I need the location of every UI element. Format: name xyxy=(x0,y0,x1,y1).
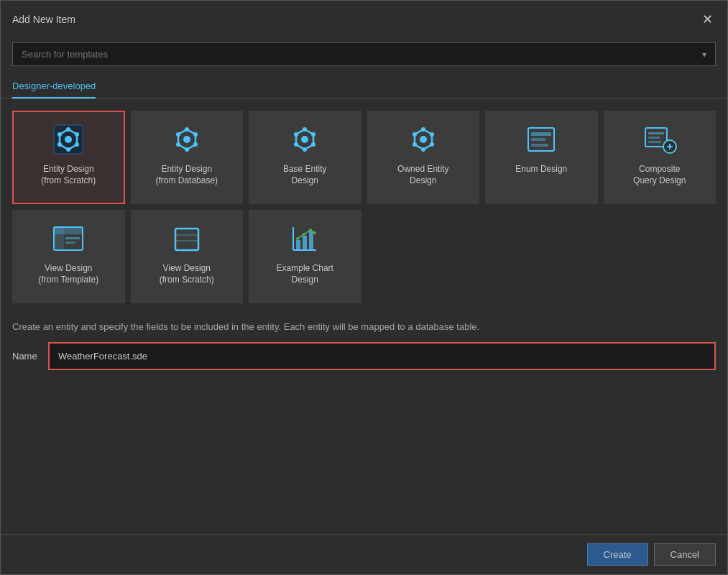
svg-rect-48 xyxy=(65,242,75,244)
svg-point-57 xyxy=(296,237,299,240)
svg-point-24 xyxy=(294,132,298,137)
name-input[interactable] xyxy=(51,345,713,367)
svg-point-19 xyxy=(303,127,307,132)
template-entity-design-database[interactable]: Entity Design(from Database) xyxy=(131,111,244,204)
svg-rect-36 xyxy=(531,144,548,147)
svg-point-32 xyxy=(413,132,417,137)
svg-point-18 xyxy=(301,136,308,143)
chart-icon xyxy=(286,220,323,257)
template-example-chart-design[interactable]: Example ChartDesign xyxy=(249,210,361,303)
svg-rect-35 xyxy=(531,138,545,141)
template-label-entity-scratch: Entity Design(from Scratch) xyxy=(41,164,96,186)
composite-icon xyxy=(641,121,678,158)
svg-point-12 xyxy=(193,132,198,137)
svg-rect-54 xyxy=(296,240,300,250)
svg-point-4 xyxy=(75,132,79,137)
svg-rect-56 xyxy=(309,231,313,250)
svg-point-58 xyxy=(303,233,305,236)
svg-point-10 xyxy=(183,136,190,143)
tab-designer-developed[interactable]: Designer-developed xyxy=(12,76,96,98)
svg-rect-40 xyxy=(648,141,661,143)
svg-rect-55 xyxy=(303,236,307,250)
title-bar: Add New Item ✕ xyxy=(1,1,727,35)
svg-point-29 xyxy=(430,142,434,147)
template-entity-design-scratch[interactable]: Entity Design(from Scratch) xyxy=(12,111,125,204)
add-new-item-dialog: Add New Item ✕ ▾ Designer-developed xyxy=(0,0,728,575)
svg-rect-49 xyxy=(175,229,198,250)
template-label-owned-entity: Owned EntityDesign xyxy=(397,164,448,186)
svg-point-23 xyxy=(294,142,298,147)
template-label-composite-query: CompositeQuery Design xyxy=(633,164,686,186)
template-label-entity-db: Entity Design(from Database) xyxy=(155,164,218,186)
template-composite-query-design[interactable]: CompositeQuery Design xyxy=(604,111,717,204)
template-base-entity-design[interactable]: Base EntityDesign xyxy=(249,111,361,204)
template-view-design-template[interactable]: View Design(from Template) xyxy=(12,210,125,303)
close-button[interactable]: ✕ xyxy=(699,11,716,28)
chevron-down-icon: ▾ xyxy=(702,50,706,60)
svg-point-11 xyxy=(185,127,189,132)
search-area: ▾ xyxy=(1,35,727,76)
name-label: Name xyxy=(12,351,41,362)
svg-point-13 xyxy=(193,142,198,147)
svg-point-22 xyxy=(303,147,307,152)
svg-rect-47 xyxy=(65,237,80,239)
tabs-area: Designer-developed xyxy=(1,76,727,99)
svg-rect-34 xyxy=(531,132,551,136)
view-scratch-icon xyxy=(168,220,206,257)
svg-point-26 xyxy=(420,136,427,143)
svg-point-59 xyxy=(309,229,312,231)
template-view-design-scratch[interactable]: View Design(from Scratch) xyxy=(131,210,244,303)
svg-rect-38 xyxy=(648,132,664,134)
name-row: Name xyxy=(12,342,716,370)
template-label-base-entity: Base EntityDesign xyxy=(283,164,327,186)
enum-icon xyxy=(522,121,560,158)
template-label-view-scratch: View Design(from Scratch) xyxy=(160,263,214,285)
svg-point-16 xyxy=(176,132,180,137)
templates-grid-row1: Entity Design(from Scratch) Entity Desig… xyxy=(1,99,727,204)
view-template-icon xyxy=(50,220,87,257)
template-enum-design[interactable]: Enum Design xyxy=(485,111,598,204)
entity-db-icon xyxy=(168,121,206,158)
cancel-button[interactable]: Cancel xyxy=(654,543,716,566)
bottom-bar: Create Cancel xyxy=(1,534,727,574)
svg-point-21 xyxy=(311,142,315,147)
svg-point-20 xyxy=(311,132,315,137)
template-label-enum: Enum Design xyxy=(515,164,567,175)
svg-point-27 xyxy=(421,127,425,132)
svg-rect-46 xyxy=(54,227,64,250)
name-input-wrapper xyxy=(48,342,716,370)
description-area: Create an entity and specify the fields … xyxy=(12,321,716,334)
svg-point-15 xyxy=(176,142,180,147)
search-box[interactable]: ▾ xyxy=(12,42,716,66)
template-label-chart: Example ChartDesign xyxy=(277,263,333,285)
search-input[interactable] xyxy=(22,49,702,60)
create-button[interactable]: Create xyxy=(587,543,648,566)
template-label-view-template: View Design(from Template) xyxy=(38,263,98,285)
svg-rect-39 xyxy=(648,137,660,139)
base-entity-icon xyxy=(286,121,323,158)
svg-point-2 xyxy=(65,136,72,143)
svg-point-7 xyxy=(57,142,62,147)
svg-point-30 xyxy=(421,147,425,152)
svg-point-5 xyxy=(75,142,79,147)
entity-scratch-icon xyxy=(50,121,87,158)
dialog-title: Add New Item xyxy=(12,14,75,25)
template-owned-entity-design[interactable]: Owned EntityDesign xyxy=(367,111,480,204)
svg-point-8 xyxy=(57,132,62,137)
svg-point-60 xyxy=(313,231,316,234)
svg-point-31 xyxy=(413,142,417,147)
svg-point-28 xyxy=(430,132,434,137)
svg-point-6 xyxy=(66,147,70,152)
svg-point-3 xyxy=(66,127,70,132)
owned-entity-icon xyxy=(405,121,442,158)
description-text: Create an entity and specify the fields … xyxy=(12,321,479,332)
svg-point-14 xyxy=(185,147,189,152)
templates-grid-row2: View Design(from Template) View Design(f… xyxy=(1,204,727,303)
